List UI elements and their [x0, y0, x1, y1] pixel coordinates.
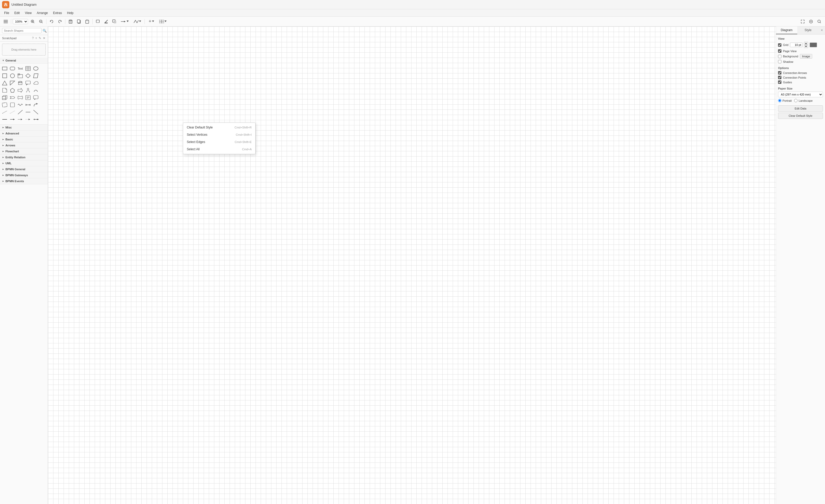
shape-double-ended-arrow[interactable]: [32, 116, 40, 123]
shape-cylinder[interactable]: [17, 80, 24, 86]
insert-btn[interactable]: +: [146, 18, 156, 25]
canvas-area[interactable]: Clear Default Style Cmd+Shift+R Select V…: [48, 26, 776, 504]
shape-right-triangle[interactable]: [9, 80, 16, 86]
fit-page-btn[interactable]: [799, 18, 806, 25]
table-btn[interactable]: [157, 19, 168, 24]
search-input[interactable]: [2, 28, 42, 33]
shape-diamond[interactable]: [24, 72, 32, 79]
grid-checkbox[interactable]: [778, 43, 781, 47]
paper-size-select[interactable]: A3 (297 mm x 420 mm) A4 (210 mm x 297 mm…: [778, 92, 823, 97]
landscape-label[interactable]: Landscape: [794, 99, 813, 102]
shape-callout[interactable]: [24, 80, 32, 86]
line-color-btn[interactable]: [102, 18, 110, 25]
canvas-grid[interactable]: Clear Default Style Cmd+Shift+R Select V…: [48, 26, 776, 504]
shape-table[interactable]: [24, 65, 32, 72]
shape-text[interactable]: Text: [17, 65, 24, 72]
shape-double-arrow[interactable]: [24, 101, 32, 108]
tab-style[interactable]: Style: [797, 26, 819, 34]
shape-doc[interactable]: [1, 87, 8, 94]
delete-btn[interactable]: [67, 18, 74, 25]
menu-edit[interactable]: Edit: [12, 11, 22, 15]
shape-ellipse[interactable]: [32, 65, 40, 72]
shape-arrow-right[interactable]: [17, 87, 24, 94]
background-checkbox[interactable]: [778, 55, 781, 58]
shape-step[interactable]: [9, 94, 16, 101]
shape-dotted-arrow[interactable]: [24, 116, 32, 123]
shape-angle[interactable]: [1, 101, 8, 108]
waypoints-btn[interactable]: [132, 19, 143, 24]
shape-cube[interactable]: [1, 94, 8, 101]
shadow-btn[interactable]: [111, 18, 118, 25]
menu-help[interactable]: Help: [65, 11, 76, 15]
shape-line-diag1[interactable]: [17, 109, 24, 116]
shape-arc[interactable]: [32, 87, 40, 94]
zoom-out-btn[interactable]: [38, 18, 45, 25]
clear-default-style-btn[interactable]: Clear Default Style: [778, 113, 823, 119]
shape-wave[interactable]: [17, 101, 24, 108]
section-flowchart[interactable]: ► Flowchart: [0, 148, 48, 154]
ctx-select-edges[interactable]: Select Edges Cmd+Shift+E: [183, 138, 255, 146]
grid-spin-down[interactable]: ▼: [804, 45, 808, 48]
guides-checkbox[interactable]: [778, 80, 781, 84]
shape-dotted-line[interactable]: [9, 109, 16, 116]
scratchpad-edit[interactable]: ✎: [39, 36, 42, 40]
zoom-in-btn[interactable]: [29, 18, 36, 25]
redo-btn[interactable]: [56, 18, 64, 25]
section-advanced[interactable]: ► Advanced: [0, 131, 48, 137]
menu-view[interactable]: View: [23, 11, 34, 15]
menu-file[interactable]: File: [2, 11, 11, 15]
ctx-select-vertices[interactable]: Select Vertices Cmd+Shift+I: [183, 131, 255, 138]
shape-line-h[interactable]: [24, 109, 32, 116]
copy-btn[interactable]: [75, 18, 82, 25]
landscape-radio[interactable]: [794, 99, 798, 102]
shape-curved-arrow[interactable]: [32, 101, 40, 108]
shape-pentagon[interactable]: [9, 87, 16, 94]
grid-value-input[interactable]: [790, 43, 803, 47]
portrait-radio[interactable]: [778, 99, 781, 102]
reset-view-btn[interactable]: [807, 18, 815, 25]
shape-speech-bubble[interactable]: [32, 94, 40, 101]
scratchpad-add[interactable]: +: [35, 36, 38, 40]
menu-extras[interactable]: Extras: [51, 11, 64, 15]
ctx-clear-default-style[interactable]: Clear Default Style Cmd+Shift+R: [183, 124, 255, 131]
section-general[interactable]: ▼ General: [0, 58, 48, 64]
section-entity-relation[interactable]: ► Entity Relation: [0, 154, 48, 160]
shape-frame[interactable]: [17, 72, 24, 79]
background-image-btn[interactable]: Image: [800, 54, 813, 59]
shape-triangle[interactable]: [1, 80, 8, 86]
panel-close-btn[interactable]: ×: [819, 26, 825, 34]
shape-rounded-rect[interactable]: [9, 65, 16, 72]
grid-spin-up[interactable]: ▲: [804, 42, 808, 45]
grid-color-swatch[interactable]: [810, 43, 817, 47]
shape-bracket[interactable]: [9, 101, 16, 108]
edit-data-btn[interactable]: Edit Data: [778, 105, 823, 112]
fill-color-btn[interactable]: [94, 18, 101, 25]
shape-rectangle[interactable]: [1, 65, 8, 72]
connection-btn[interactable]: [119, 19, 131, 24]
ctx-select-all[interactable]: Select All Cmd+A: [183, 146, 255, 153]
shape-square[interactable]: [1, 72, 8, 79]
section-bpmn-events[interactable]: ► BPMN Events: [0, 178, 48, 184]
search-icon[interactable]: 🔍: [43, 29, 47, 33]
section-bpmn-general[interactable]: ► BPMN General: [0, 166, 48, 172]
shape-dashed-arrow[interactable]: [17, 116, 24, 123]
shadow-checkbox[interactable]: [778, 60, 781, 63]
section-misc[interactable]: ► Misc: [0, 125, 48, 131]
portrait-label[interactable]: Portrait: [778, 99, 792, 102]
page-view-checkbox[interactable]: [778, 49, 781, 53]
undo-btn[interactable]: [48, 18, 55, 25]
shape-dashed-line[interactable]: [1, 109, 8, 116]
shape-tape[interactable]: [17, 94, 24, 101]
menu-arrange[interactable]: Arrange: [35, 11, 50, 15]
shape-circle[interactable]: [9, 72, 16, 79]
scratchpad-help[interactable]: ?: [32, 36, 34, 40]
connection-points-checkbox[interactable]: [778, 76, 781, 79]
shape-person[interactable]: [24, 87, 32, 94]
shape-parallelogram[interactable]: [32, 72, 40, 79]
section-basic[interactable]: ► Basic: [0, 137, 48, 142]
shape-line-diag2[interactable]: [32, 109, 40, 116]
shape-line-connector[interactable]: [1, 116, 8, 123]
shape-cloud[interactable]: [32, 80, 40, 86]
section-arrows[interactable]: ► Arrows: [0, 142, 48, 148]
search-canvas-btn[interactable]: [816, 18, 823, 25]
